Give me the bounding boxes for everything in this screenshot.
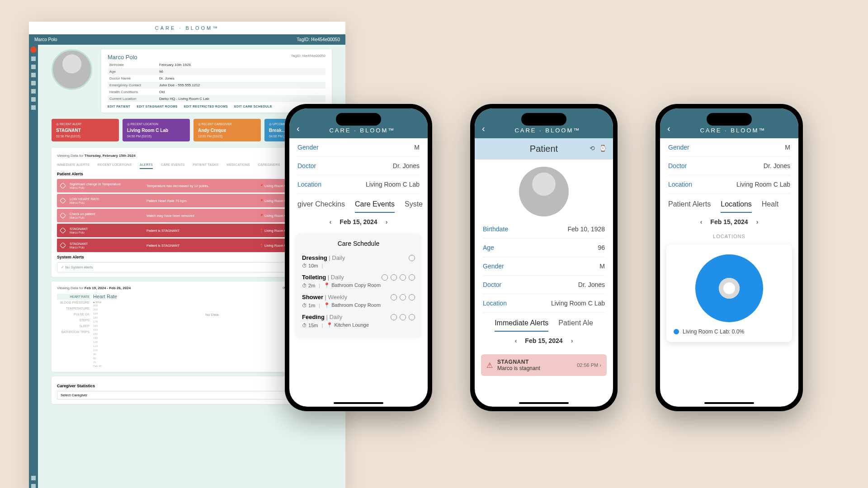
status-circle-icon[interactable] bbox=[409, 294, 415, 300]
edit-link[interactable]: EDIT STAGNANT ROOMS bbox=[137, 105, 177, 108]
info-row: DoctorDr. Jones bbox=[668, 157, 790, 175]
nav-icon[interactable] bbox=[31, 65, 36, 69]
summary-tile[interactable]: ◎ RECENT ALERTSTAGNANT02:56 PM (02/15) bbox=[52, 119, 119, 141]
vital-tab[interactable]: HEART RATE bbox=[57, 294, 90, 300]
status-circle-icon[interactable] bbox=[391, 314, 397, 320]
titlebar: Marco Polo TagID: f4e454e00050 bbox=[29, 34, 345, 45]
status-circle-icon[interactable] bbox=[391, 294, 397, 300]
tab[interactable]: Syste bbox=[405, 200, 423, 213]
nav-icon[interactable] bbox=[31, 97, 36, 102]
donut-chart bbox=[695, 254, 763, 322]
warning-icon bbox=[60, 242, 66, 249]
detail-row: Emergency ContactJohn Doe - 555.555.1212 bbox=[108, 82, 326, 89]
prev-day-icon[interactable]: ‹ bbox=[515, 337, 517, 344]
phone-patient: ‹CARE · BLOOM™ Patient⟲⌚ BirthdateFeb 10… bbox=[470, 104, 618, 411]
detail-row: BirthdateFebruary 10th 1928 bbox=[108, 61, 326, 68]
vital-tab[interactable]: PULSE OX bbox=[57, 311, 90, 317]
nav-icon[interactable] bbox=[31, 484, 36, 488]
status-circle-icon[interactable] bbox=[391, 274, 397, 281]
warning-icon bbox=[60, 212, 66, 219]
info-row: DoctorDr. Jones bbox=[483, 276, 605, 294]
notification-badge-icon[interactable] bbox=[30, 47, 37, 53]
back-icon[interactable]: ‹ bbox=[482, 123, 485, 134]
patient-name: Marco Polo bbox=[34, 37, 57, 42]
schedule-item: Shower | Weekly⏱ 1m|📍 Bathroom Copy Room bbox=[302, 291, 415, 311]
info-row: LocationLiving Room C Lab bbox=[483, 294, 605, 313]
tab-care-events[interactable]: CARE EVENTS bbox=[161, 163, 185, 169]
tab[interactable]: giver Checkins bbox=[297, 200, 345, 213]
warning-icon bbox=[60, 197, 66, 204]
chart-legend: Living Room C Lab: 0.0% bbox=[674, 328, 785, 335]
nav-icon[interactable] bbox=[31, 73, 36, 77]
vital-tab[interactable]: SLEEP bbox=[57, 323, 90, 329]
tab-immediate-alerts[interactable]: IMMEDIATE ALERTS bbox=[57, 163, 90, 169]
brand-logo: CARE · BLOOM™ bbox=[29, 22, 345, 34]
tab-medications[interactable]: MEDICATIONS bbox=[226, 163, 250, 169]
vital-tab[interactable]: BLOOD PRESSURE bbox=[57, 300, 90, 305]
status-circle-icon[interactable] bbox=[382, 274, 388, 281]
tab[interactable]: Healt bbox=[762, 200, 778, 213]
nav-icon[interactable] bbox=[31, 81, 36, 85]
info-row: GenderM bbox=[297, 138, 420, 157]
warning-icon: ⚠ bbox=[486, 361, 493, 370]
info-row: GenderM bbox=[483, 257, 605, 276]
schedule-item: Feeding | Daily⏱ 15m|📍 Kitchen Lounge bbox=[302, 311, 415, 331]
edit-link[interactable]: EDIT RESTRICTED ROOMS bbox=[184, 105, 228, 108]
tab-recent-locations[interactable]: RECENT LOCATIONS bbox=[98, 163, 132, 169]
nav-icon[interactable] bbox=[31, 56, 36, 61]
tab[interactable]: Immediate Alerts bbox=[495, 319, 548, 332]
nav-icon[interactable] bbox=[31, 105, 36, 110]
phone-locations: ‹CARE · BLOOM™ GenderMDoctorDr. JonesLoc… bbox=[656, 104, 803, 411]
tab[interactable]: Patient Alerts bbox=[668, 200, 711, 213]
status-circle-icon[interactable] bbox=[400, 294, 406, 300]
summary-tile[interactable]: ◎ RECENT CAREGIVERAndy Creque12:03 PM (0… bbox=[193, 119, 261, 141]
schedule-item: Toileting | Daily⏱ 2m|📍 Bathroom Copy Ro… bbox=[302, 271, 415, 291]
vital-tab[interactable]: TEMPERATURE bbox=[57, 305, 90, 311]
tab[interactable]: Care Events bbox=[355, 200, 395, 213]
prev-day-icon[interactable]: ‹ bbox=[330, 218, 332, 225]
info-row: LocationLiving Room C Lab bbox=[297, 175, 420, 194]
care-schedule-card: Care Schedule Dressing | Daily⏱ 10m|Toil… bbox=[296, 234, 421, 337]
vital-tab[interactable]: BATHROOM TRIPS bbox=[57, 329, 90, 335]
info-row: GenderM bbox=[668, 138, 790, 157]
status-circle-icon[interactable] bbox=[400, 314, 406, 320]
back-icon[interactable]: ‹ bbox=[667, 123, 670, 134]
status-circle-icon[interactable] bbox=[409, 274, 415, 281]
next-day-icon[interactable]: › bbox=[571, 337, 573, 344]
locations-chart-card: Living Room C Lab: 0.0% bbox=[666, 244, 792, 342]
tab-alerts[interactable]: ALERTS bbox=[140, 163, 153, 169]
info-row: LocationLiving Room C Lab bbox=[668, 175, 790, 194]
history-icon[interactable]: ⟲ bbox=[590, 145, 595, 152]
status-circle-icon[interactable] bbox=[409, 314, 415, 320]
status-circle-icon[interactable] bbox=[409, 255, 415, 261]
summary-tile[interactable]: ◎ RECENT LOCATIONLiving Room C Lab04:50 … bbox=[123, 119, 190, 141]
tab-caregivers[interactable]: CAREGIVERS bbox=[258, 163, 280, 169]
sidebar-nav bbox=[29, 45, 38, 488]
edit-link[interactable]: EDIT CARE SCHEDULE bbox=[234, 105, 272, 108]
detail-row: Doctor NameDr. Jones bbox=[108, 75, 326, 82]
edit-link[interactable]: EDIT PATIENT bbox=[108, 105, 130, 108]
tab[interactable]: Locations bbox=[721, 200, 752, 213]
detail-row: Age96 bbox=[108, 68, 326, 75]
next-day-icon[interactable]: › bbox=[756, 218, 759, 225]
nav-icon[interactable] bbox=[31, 89, 36, 94]
warning-icon bbox=[60, 227, 66, 234]
watch-icon[interactable]: ⌚ bbox=[599, 145, 607, 152]
warning-icon bbox=[60, 183, 66, 189]
tab[interactable]: Patient Ale bbox=[558, 319, 593, 332]
next-day-icon[interactable]: › bbox=[386, 218, 388, 225]
tab-patient-tasks[interactable]: PATIENT TASKS bbox=[193, 163, 219, 169]
patient-details-card: TagID: f4e454e00050 Marco Polo Birthdate… bbox=[101, 49, 332, 113]
info-row: Age96 bbox=[483, 239, 605, 257]
patient-avatar bbox=[519, 167, 569, 216]
phone-care-events: ‹CARE · BLOOM™ GenderMDoctorDr. JonesLoc… bbox=[285, 104, 432, 411]
detail-row: Current LocationDarko HQ - Living Room C… bbox=[108, 95, 326, 102]
info-row: BirthdateFeb 10, 1928 bbox=[483, 220, 605, 239]
alert-card[interactable]: ⚠ STAGNANTMarco is stagnant 02:56 PM › bbox=[481, 354, 607, 376]
vital-tab[interactable]: STEPS bbox=[57, 317, 90, 323]
detail-row: Health ConditionsOld bbox=[108, 89, 326, 95]
nav-icon[interactable] bbox=[31, 476, 36, 480]
prev-day-icon[interactable]: ‹ bbox=[700, 218, 703, 225]
back-icon[interactable]: ‹ bbox=[297, 123, 300, 134]
status-circle-icon[interactable] bbox=[400, 274, 406, 281]
